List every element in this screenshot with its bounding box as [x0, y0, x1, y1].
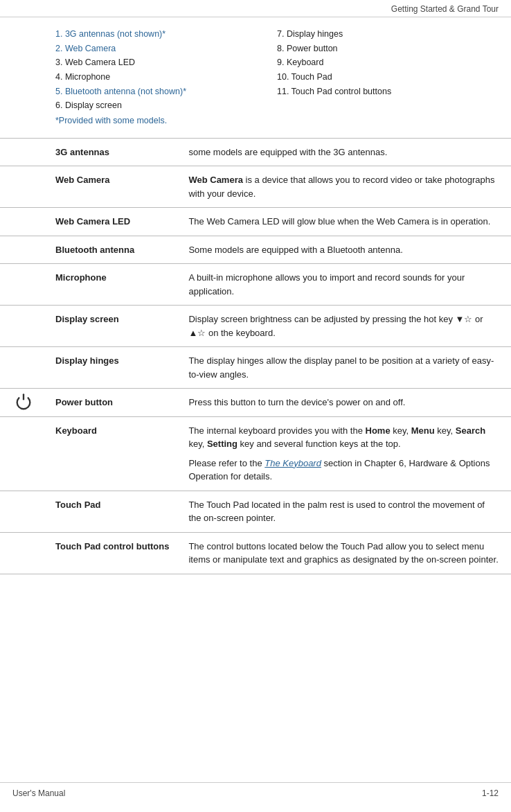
list-item: 7. Display hinges: [277, 27, 499, 42]
list-item: 1. 3G antennas (not shown)*: [55, 27, 277, 42]
definition-cell: Display screen brightness can be adjuste…: [179, 306, 511, 347]
definition-cell: The internal keyboard provides you with …: [179, 416, 511, 491]
table-row: Display screenDisplay screen brightness …: [0, 306, 511, 347]
term-label: Display screen: [55, 314, 119, 324]
table-row: Web Camera LEDThe Web Camera LED will gl…: [0, 208, 511, 236]
list-item: 3. Web Camera LED: [55, 55, 277, 70]
term-cell: Web Camera LED: [0, 208, 179, 236]
table-row: Touch PadThe Touch Pad located in the pa…: [0, 491, 511, 532]
table-row: 3G antennassome models are equipped with…: [0, 138, 511, 166]
page-footer: User's Manual 1-12: [0, 782, 511, 798]
term-label: 3G antennas: [55, 147, 109, 157]
term-cell: Microphone: [0, 264, 179, 306]
note: *Provided with some models.: [55, 116, 499, 125]
term-cell: Power button: [0, 389, 179, 417]
footer-right: 1-12: [482, 788, 499, 798]
term-cell: Display hinges: [0, 347, 179, 389]
numbered-list: 1. 3G antennas (not shown)*2. Web Camera…: [55, 27, 499, 113]
term-cell: Touch Pad: [0, 491, 179, 532]
table-row: Web CameraWeb Camera is a device that al…: [0, 166, 511, 208]
table-row: KeyboardThe internal keyboard provides y…: [0, 416, 511, 491]
term-cell: Display screen: [0, 306, 179, 347]
table-row: MicrophoneA built-in microphone allows y…: [0, 264, 511, 306]
definition-cell: Some models are equipped with a Bluetoot…: [179, 236, 511, 264]
list-item: 5. Bluetooth antenna (not shown)*: [55, 85, 277, 99]
term-label: Display hinges: [55, 355, 119, 366]
term-label: Bluetooth antenna: [55, 245, 134, 255]
definition-cell: some models are equipped with the 3G ant…: [179, 138, 511, 166]
list-item: 9. Keyboard: [277, 55, 499, 70]
list-item: 8. Power button: [277, 42, 499, 56]
definition-cell: The control buttons located below the To…: [179, 532, 511, 574]
table-row: Touch Pad control buttonsThe control but…: [0, 532, 511, 574]
definition-cell: Web Camera is a device that allows you t…: [179, 166, 511, 208]
list-item: 10. Touch Pad: [277, 70, 499, 85]
numbered-list-section: 1. 3G antennas (not shown)*2. Web Camera…: [0, 17, 511, 132]
definition-cell: The display hinges allow the display pan…: [179, 347, 511, 389]
term-cell: Touch Pad control buttons: [0, 532, 179, 574]
main-table: 3G antennassome models are equipped with…: [0, 138, 511, 574]
term-label: Web Camera LED: [55, 216, 130, 227]
table-row: Bluetooth antennaSome models are equippe…: [0, 236, 511, 264]
term-label: Touch Pad control buttons: [55, 541, 169, 551]
term-label: Keyboard: [55, 425, 97, 436]
term-cell: 3G antennas: [0, 138, 179, 166]
definition-cell: The Touch Pad located in the palm rest i…: [179, 491, 511, 532]
list-item: 2. Web Camera: [55, 42, 277, 56]
list-item: 11. Touch Pad control buttons: [277, 85, 499, 99]
header-title: Getting Started & Grand Tour: [391, 4, 499, 14]
table-row: Power buttonPress this button to turn th…: [0, 389, 511, 417]
term-label: Power button: [55, 397, 113, 407]
term-cell: Keyboard: [0, 416, 179, 491]
numbered-col-left: 1. 3G antennas (not shown)*2. Web Camera…: [55, 27, 277, 113]
table-row: Display hingesThe display hinges allow t…: [0, 347, 511, 389]
term-cell: Bluetooth antenna: [0, 236, 179, 264]
term-label: Microphone: [55, 272, 107, 283]
page-header: Getting Started & Grand Tour: [0, 0, 511, 17]
list-item: 6. Display screen: [55, 98, 277, 113]
term-label: Web Camera: [55, 175, 110, 185]
numbered-col-right: 7. Display hinges8. Power button9. Keybo…: [277, 27, 499, 113]
term-cell: Web Camera: [0, 166, 179, 208]
definition-cell: Press this button to turn the device's p…: [179, 389, 511, 417]
footer-left: User's Manual: [12, 788, 65, 798]
keyboard-link[interactable]: The Keyboard: [265, 458, 321, 468]
list-item: 4. Microphone: [55, 70, 277, 85]
definition-cell: A built-in microphone allows you to impo…: [179, 264, 511, 306]
power-icon: [14, 393, 33, 412]
term-label: Touch Pad: [55, 500, 100, 510]
definition-cell: The Web Camera LED will glow blue when t…: [179, 208, 511, 236]
